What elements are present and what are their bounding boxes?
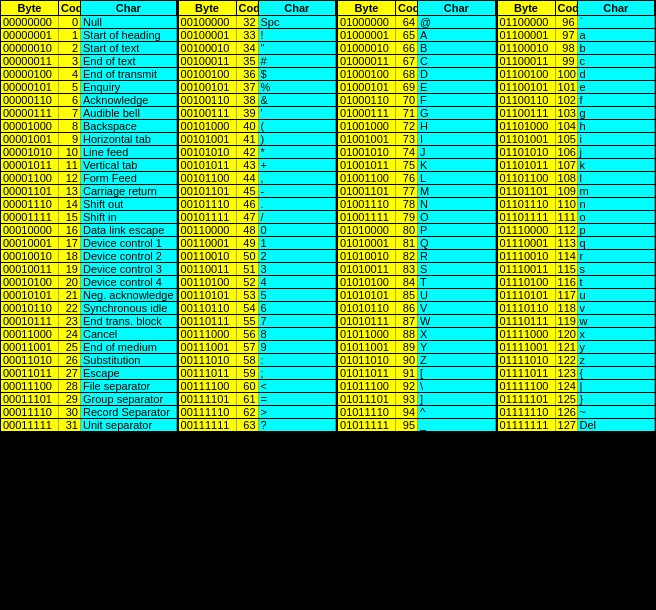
byte-value: 00010001 [1,237,59,249]
table-row: 0100001066B [338,42,496,55]
table-row: 0011101159; [179,367,337,380]
table-row: 000010008Backspace [1,120,177,133]
column-group-2: ByteCod.Char0010000032Spc0010000133!0010… [178,0,338,433]
char-value: q [578,237,656,249]
table-row: 01101111111o [498,211,656,224]
table-row: 01101001105i [498,133,656,146]
code-value: 52 [237,276,259,288]
code-value: 69 [396,81,418,93]
code-value: 5 [59,81,81,93]
char-value: ^ [418,406,496,418]
char-value: $ [259,68,337,80]
code-value: 53 [237,289,259,301]
table-row: 0001110028File separator [1,380,177,393]
byte-value: 00011000 [1,328,59,340]
code-value: 10 [59,146,81,158]
code-value: 107 [556,159,578,171]
byte-value: 00000010 [1,42,59,54]
code-value: 109 [556,185,578,197]
table-header: ByteCod.Char [179,1,337,16]
byte-value: 00001101 [1,185,59,197]
code-value: 26 [59,354,81,366]
byte-value: 01100010 [498,42,556,54]
code-value: 125 [556,393,578,405]
code-value: 121 [556,341,578,353]
char-value: P [418,224,496,236]
code-value: 85 [396,289,418,301]
char-value: 8 [259,328,337,340]
table-row: 0011111163? [179,419,337,432]
table-row: 0101101090Z [338,354,496,367]
table-row: 000000113End of text [1,55,177,68]
char-value: , [259,172,337,184]
code-value: 65 [396,29,418,41]
char-value: t [578,276,656,288]
char-value: 9 [259,341,337,353]
char-value: u [578,289,656,301]
char-value: ] [418,393,496,405]
char-value: Device control 4 [81,276,177,288]
code-value: 17 [59,237,81,249]
table-row: 0011111062> [179,406,337,419]
code-value: 0 [59,16,81,28]
byte-value: 00100010 [179,42,237,54]
code-value: 114 [556,250,578,262]
char-value: End of text [81,55,177,67]
table-row: 0001011123End trans. block [1,315,177,328]
byte-value: 00011011 [1,367,59,379]
byte-value: 01011110 [338,406,396,418]
byte-value: 01001011 [338,159,396,171]
table-row: 0110000096` [498,16,656,29]
byte-value: 00101011 [179,159,237,171]
byte-value: 00000101 [1,81,59,93]
char-value: } [578,393,656,405]
char-value: E [418,81,496,93]
char-value: Device control 2 [81,250,177,262]
table-row: 000001004End of transmit [1,68,177,81]
char-value: p [578,224,656,236]
table-row: 0000111115Shift in [1,211,177,224]
table-row: 01110111119w [498,315,656,328]
table-row: 00110010502 [179,250,337,263]
char-value: 1 [259,237,337,249]
code-value: 56 [237,328,259,340]
byte-value: 00011010 [1,354,59,366]
byte-value: 00110111 [179,315,237,327]
byte-value: 01001001 [338,133,396,145]
table-row: 0010010036$ [179,68,337,81]
code-value: 54 [237,302,259,314]
code-value: 96 [556,16,578,28]
code-value: 35 [237,55,259,67]
table-row: 0000101111Vertical tab [1,159,177,172]
char-value: G [418,107,496,119]
code-value: 106 [556,146,578,158]
byte-value: 00010011 [1,263,59,275]
char-value: Unit separator [81,419,177,431]
byte-value: 01010100 [338,276,396,288]
table-row: 0000110012Form Feed [1,172,177,185]
byte-value: 01011111 [338,419,396,431]
code-value: 64 [396,16,418,28]
table-row: 0001000117Device control 1 [1,237,177,250]
code-value: 55 [237,315,259,327]
char-value: C [418,55,496,67]
char-value: Neg. acknowledge [81,289,177,301]
code-value: 18 [59,250,81,262]
column-group-3: ByteCod.Char0100000064@0100000165A010000… [337,0,497,433]
table-row: 0101111094^ [338,406,496,419]
table-row: 0100110177M [338,185,496,198]
code-value: 71 [396,107,418,119]
code-value: 118 [556,302,578,314]
byte-value: 01101100 [498,172,556,184]
char-value: 6 [259,302,337,314]
byte-value: 00010000 [1,224,59,236]
table-row: 01111011123{ [498,367,656,380]
code-value: 50 [237,250,259,262]
byte-value: 00100101 [179,81,237,93]
char-value: ~ [578,406,656,418]
table-row: 000001015Enquiry [1,81,177,94]
char-value: Start of text [81,42,177,54]
table-row: 0010110145- [179,185,337,198]
char-value: 3 [259,263,337,275]
table-header: ByteCod.Char [498,1,656,16]
